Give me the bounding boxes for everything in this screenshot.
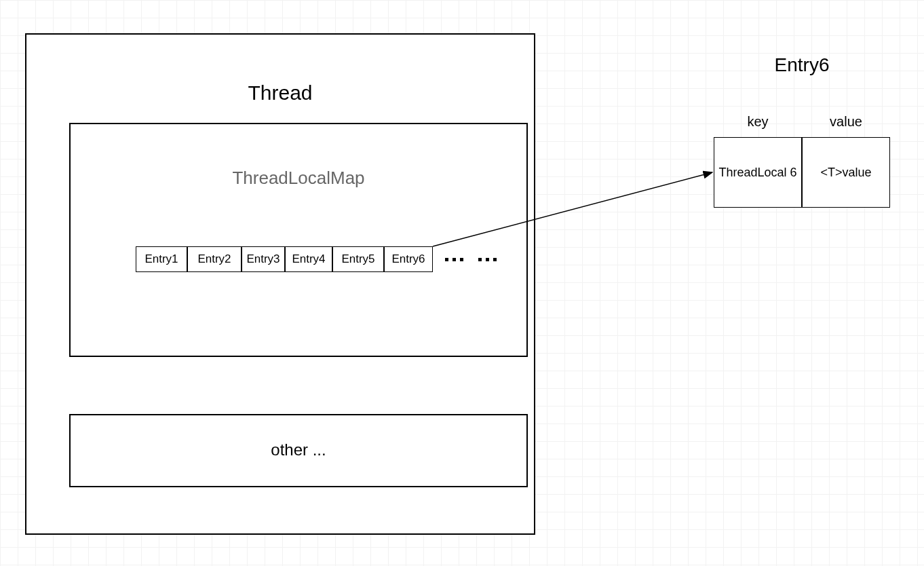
- entry6-kv-table: ThreadLocal 6 <T>value: [714, 137, 890, 208]
- entry-cell: Entry6: [384, 246, 433, 272]
- ellipsis-dots: [478, 246, 497, 272]
- entry6-title: Entry6: [714, 54, 890, 76]
- value-header: value: [802, 114, 890, 130]
- threadlocalmap-title: ThreadLocalMap: [69, 168, 528, 189]
- other-label: other ...: [69, 440, 528, 459]
- key-cell: ThreadLocal 6: [714, 137, 802, 208]
- entries-row: Entry1 Entry2 Entry3 Entry4 Entry5 Entry…: [136, 246, 497, 272]
- ellipsis-dots: [445, 246, 463, 272]
- threadlocalmap-box: [69, 123, 528, 357]
- entry-cell: Entry5: [332, 246, 384, 272]
- value-cell: <T>value: [802, 137, 890, 208]
- thread-title: Thread: [25, 81, 535, 105]
- entry-cell: Entry1: [136, 246, 187, 272]
- key-header: key: [714, 114, 802, 130]
- entry-cell: Entry3: [242, 246, 285, 272]
- entry-cell: Entry4: [285, 246, 332, 272]
- entry-cell: Entry2: [187, 246, 242, 272]
